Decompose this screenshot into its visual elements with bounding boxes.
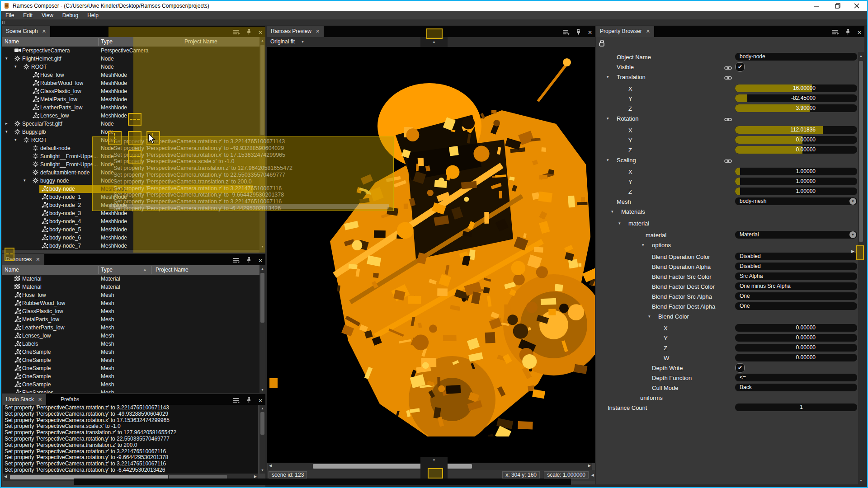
menu-item-file[interactable]: File [1,11,19,20]
enum-field[interactable]: Disabled [735,263,857,270]
menu-icon[interactable] [233,257,240,265]
column-header-project-name[interactable]: Project Name [156,267,189,273]
checkbox[interactable]: ✔ [735,62,745,72]
caret-icon[interactable]: ▾ [611,209,613,214]
close-icon[interactable] [849,1,864,11]
table-row[interactable]: Hose_lowMeshNode [2,71,259,79]
text-field[interactable]: body-node [735,53,857,61]
caret-icon[interactable]: ▾ [607,158,609,162]
scroll-right-icon[interactable]: ▶ [254,474,257,479]
column-header-name[interactable]: Name [5,267,19,273]
table-row[interactable]: body-node_4MeshNode [2,217,259,225]
menu-icon[interactable] [832,28,839,37]
caret-icon[interactable]: ▾ [607,116,609,121]
column-header-project-name[interactable]: Project Name [184,38,217,45]
table-row[interactable]: GlassPlastic_lowMeshNode [2,87,259,95]
menu-icon[interactable] [233,397,240,405]
scroll-right-icon[interactable]: ▶ [588,464,591,468]
table-row[interactable]: Lenses_lowMeshNode [2,112,259,120]
table-row[interactable]: OneSampleMesh [2,364,259,372]
value-slider[interactable]: 0.00000 [735,324,857,332]
scroll-down-icon[interactable]: ▼ [259,244,265,249]
column-header-type[interactable]: Type [101,38,113,45]
table-row[interactable]: body-nodeMeshNode [2,185,259,193]
table-row[interactable]: body-node_5MeshNode [2,225,259,234]
table-row[interactable]: ▾Buggy.glbNode [2,128,259,136]
value-slider[interactable]: -82.45000 [735,94,857,102]
table-row[interactable]: MaterialMaterial [2,283,259,291]
column-separator[interactable] [98,266,99,274]
value-slider[interactable]: 1.00000 [735,168,857,175]
caret-icon[interactable]: ▾ [14,64,17,69]
caret-icon[interactable]: ▾ [14,137,17,142]
value-slider[interactable]: 0.00000 [735,354,857,361]
scroll-up-icon[interactable]: ▲ [858,53,864,59]
enum-field[interactable]: <= [735,374,857,381]
tab-scene-graph[interactable]: Scene Graph✕ [2,26,50,37]
column-separator[interactable] [98,38,99,46]
preview-viewport[interactable] [267,47,595,463]
close-icon[interactable]: ✕ [316,28,320,34]
restore-icon[interactable] [830,1,845,11]
table-row[interactable]: FiveSamplesMesh [2,389,259,393]
enum-field[interactable]: Disabled [735,253,857,260]
column-separator[interactable] [151,266,151,274]
tab-ramses-preview[interactable]: Ramses Preview✕ [267,26,324,37]
scroll-down-icon[interactable]: ▼ [259,467,265,473]
value-slider[interactable]: 1.00000 [735,178,857,185]
menu-item-edit[interactable]: Edit [19,11,37,20]
table-row[interactable]: body-node_6MeshNode [2,234,259,242]
close-icon[interactable]: ✕ [588,29,592,36]
enum-field[interactable]: Src Alpha [735,272,857,280]
minimize-icon[interactable] [808,1,824,11]
table-row[interactable]: ▾ROOTNode [2,136,259,144]
enum-field[interactable]: One [735,292,857,300]
table-row[interactable]: default-nodeNode [2,144,259,152]
chevron-down-icon[interactable]: ▼ [849,231,856,238]
table-row[interactable]: ▾buggy-nodeNode [2,177,259,185]
caret-icon[interactable]: ▾ [5,129,8,134]
scrollbar-thumb[interactable] [313,464,472,469]
table-row[interactable]: GlassPlastic_lowMesh [2,307,259,315]
scrollbar-thumb[interactable] [260,412,264,435]
value-slider[interactable]: 16.00000 [735,84,857,92]
pin-icon[interactable] [576,28,581,37]
caret-icon[interactable]: ▾ [642,243,644,247]
scroll-right-icon[interactable]: ▶ [851,249,854,253]
scroll-up-icon[interactable]: ▲ [259,38,265,43]
scrollbar-vertical[interactable]: ▲ ▼ [259,37,265,253]
table-row[interactable]: RubberWood_lowMesh [2,299,259,307]
enum-field[interactable]: One minus Src Alpha [735,282,857,290]
table-row[interactable]: OneSampleMesh [2,380,259,389]
enum-field[interactable]: Back [735,384,857,391]
close-icon[interactable]: ✕ [38,397,42,402]
close-icon[interactable]: ✕ [258,398,263,404]
table-row[interactable]: PerspectiveCameraPerspectiveCamera [2,47,259,55]
value-slider[interactable]: 1.00000 [735,188,857,195]
table-row[interactable]: ▾FlightHelmet.gltfNode [2,55,259,63]
pin-icon[interactable] [246,257,251,265]
scroll-down-icon[interactable]: ▼ [259,387,265,393]
chevron-down-icon[interactable]: ▼ [849,198,856,205]
column-header-type[interactable]: Type [101,267,113,273]
value-slider[interactable]: 0.00000 [735,136,857,144]
link-icon[interactable] [724,74,732,82]
close-icon[interactable]: ✕ [36,257,40,262]
value-slider[interactable]: 3.90000 [735,104,857,112]
close-icon[interactable]: ✕ [258,29,263,36]
table-row[interactable]: LeatherParts_lowMesh [2,324,259,332]
table-row[interactable]: Lenses_lowMesh [2,332,259,340]
table-row[interactable]: body-node_1MeshNode [2,193,259,201]
scroll-up-icon[interactable]: ▲ [259,266,265,272]
scroll-left-icon[interactable]: ◀ [4,474,7,479]
close-icon[interactable]: ✕ [258,258,263,264]
lock-icon[interactable] [599,39,606,49]
table-row[interactable]: OneSampleMesh [2,372,259,380]
scroll-left-icon[interactable]: ◀ [591,473,594,477]
table-row[interactable]: OneSampleMesh [2,356,259,364]
caret-icon[interactable]: ▾ [5,56,8,61]
table-row[interactable]: body-node_3MeshNode [2,209,259,217]
table-row[interactable]: ▾ROOTNode [2,63,259,71]
column-header-name[interactable]: Name [5,38,19,45]
enum-field[interactable]: One [735,302,857,310]
